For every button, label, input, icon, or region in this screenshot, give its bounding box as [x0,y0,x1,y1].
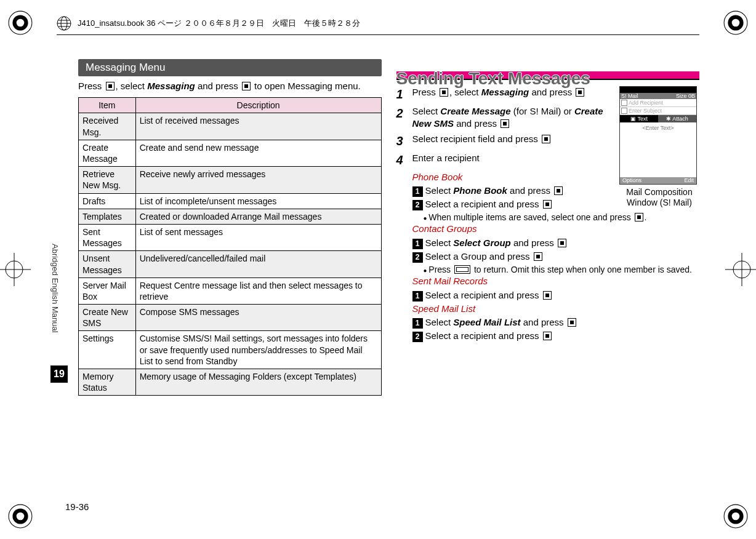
table-row: Create MessageCreate and send new messag… [79,140,382,166]
note: Press to return. Omit this step when onl… [424,264,700,275]
th-item: Item [79,98,136,113]
sub-heading: Sent Mail Records [412,276,488,286]
key-icon [543,200,552,209]
substep: 2Select a recipient and press [412,330,700,342]
substep: 2Select a Group and press [412,250,700,263]
recipient-icon [621,100,627,106]
key-icon [440,88,448,97]
intro-text: Press , select Messaging and press to op… [78,80,382,92]
sub-heading: Phone Book [412,172,463,182]
section-title: Messaging Menu [78,59,382,76]
key-icon [543,291,552,300]
back-key-icon [454,265,470,274]
th-desc: Description [135,98,381,113]
note: When multiple items are saved, select on… [424,212,700,223]
reg-mark-icon [7,503,33,529]
print-header: J410_insatsu.book 36 ページ ２００６年８月２９日 火曜日 … [57,16,360,31]
key-icon [568,318,576,327]
key-icon [501,119,509,128]
sub-heading: Speed Mail List [412,303,476,314]
table-row: Retrieve New Msg.Receive newly arrived m… [79,167,382,193]
svg-point-11 [732,513,740,521]
table-row: Received Msg.List of received messages [79,113,382,140]
key-icon [558,239,566,247]
key-icon [534,252,542,261]
col-right: Sending Text Messages S! MailSize 0B Add… [396,59,700,496]
table-row: DraftsList of incomplete/unsent messages [79,193,382,209]
tab-attach: ✱ Attach [658,115,696,122]
headline: Sending Text Messages [396,71,700,80]
table-row: Sent MessagesList of sent messages [79,224,382,250]
headline-text: Sending Text Messages [396,69,590,89]
phone-figure: S! MailSize 0B Add Recipient Enter Subje… [619,86,699,208]
svg-point-2 [17,19,25,27]
menu-table: ItemDescription Received Msg.List of rec… [78,97,382,396]
step-3: 3Select recipient field and press [396,133,615,150]
table-row: Unsent MessagesUndelivered/cancelled/fai… [79,251,382,277]
svg-point-8 [17,513,25,521]
page-number: 19-36 [65,501,89,512]
key-icon [242,82,251,90]
table-row: Server Mail BoxRequest Centre message li… [79,277,382,304]
step-1: 1Press , select Messaging and press [396,86,615,103]
substep: 1Select a recipient and press [412,289,700,301]
table-row: TemplatesCreated or downloaded Arrange M… [79,209,382,224]
substep: 1Select Speed Mail List and press [412,316,700,329]
side-tab-label: Abridged English Manual [50,59,61,496]
col-left: Messaging Menu Press , select Messaging … [78,59,382,496]
subject-icon [621,108,627,114]
reg-mark-icon [723,10,749,36]
phone-screen: S! MailSize 0B Add Recipient Enter Subje… [619,86,697,185]
reg-mark-icon [7,10,33,36]
reg-mark-icon [723,503,749,529]
table-row: Memory StatusMemory usage of Messaging F… [79,369,382,396]
step-4: 4Enter a recipient [396,152,615,169]
key-icon [576,88,584,97]
globe-icon [57,16,71,31]
key-icon [106,82,115,90]
svg-point-5 [732,19,740,27]
key-icon [543,332,552,340]
key-icon [542,135,550,143]
print-header-text: J410_insatsu.book 36 ページ ２００６年８月２９日 火曜日 … [78,18,360,29]
step-2: 2Select Create Message (for S! Mail) or … [396,105,615,130]
divider [57,34,699,35]
crop-cross-icon [725,253,756,286]
key-icon [554,186,563,195]
key-icon [635,213,643,222]
tab-text: ▣ Text [620,115,658,122]
sub-heading: Contact Groups [412,223,477,234]
crop-cross-icon [0,253,31,286]
table-row: Create New SMSCompose SMS messages [79,305,382,331]
phone-caption: Mail Composition Window (S! Mail) [619,187,699,208]
substep: 1Select Select Group and press [412,237,700,249]
table-row: SettingsCustomise SMS/S! Mail settings, … [79,331,382,369]
